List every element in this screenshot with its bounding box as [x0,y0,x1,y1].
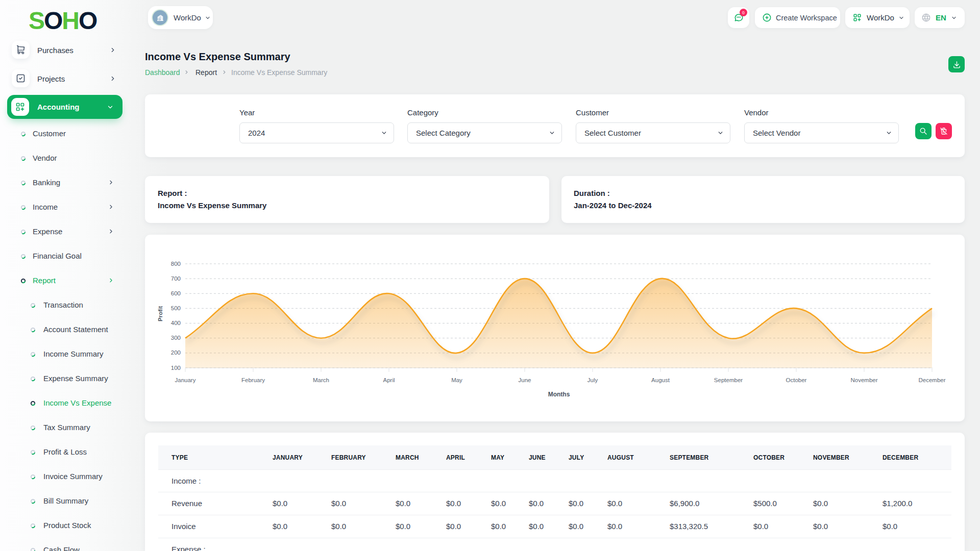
svg-text:500: 500 [171,305,181,311]
svg-text:400: 400 [171,320,181,326]
svg-text:August: August [651,377,670,383]
svg-text:November: November [850,377,877,383]
svg-text:Profit: Profit [157,306,163,321]
svg-text:February: February [241,377,265,383]
svg-text:June: June [519,377,531,383]
svg-text:December: December [918,377,945,383]
svg-text:100: 100 [171,365,181,371]
svg-text:July: July [587,377,598,383]
svg-text:800: 800 [171,261,181,267]
svg-text:January: January [175,377,196,383]
svg-text:October: October [786,377,807,383]
svg-text:600: 600 [171,290,181,296]
svg-text:300: 300 [171,335,181,341]
svg-text:200: 200 [171,349,181,356]
svg-text:May: May [451,377,462,383]
svg-text:September: September [714,377,743,383]
svg-text:April: April [383,377,395,383]
svg-text:700: 700 [171,276,181,282]
svg-text:March: March [313,377,329,383]
svg-text:Months: Months [548,391,570,398]
